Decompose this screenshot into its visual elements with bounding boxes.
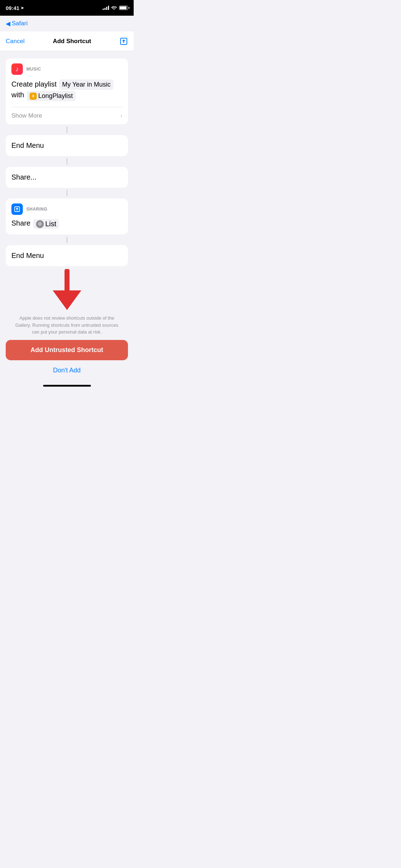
x-badge-icon: x — [30, 93, 37, 100]
end-menu-2-card[interactable]: End Menu — [6, 245, 128, 266]
gear-icon-circle: ⚙ — [36, 220, 44, 228]
with-label: with — [11, 91, 24, 99]
share-card[interactable]: Share... — [6, 167, 128, 188]
page-title: Add Shortcut — [53, 38, 91, 45]
nav-bar: Cancel Add Shortcut — [0, 31, 134, 51]
sharing-card-body: Share ⚙ List — [6, 218, 128, 234]
safari-bar: ◀ Safari — [0, 16, 134, 31]
show-more-row[interactable]: Show More › — [6, 107, 128, 124]
warning-text: Apple does not review shortcuts outside … — [6, 312, 128, 339]
chevron-right-icon: › — [120, 113, 122, 119]
end-menu-1-card[interactable]: End Menu — [6, 135, 128, 156]
long-playlist-tag[interactable]: x LongPlaylist — [27, 91, 76, 101]
cancel-button[interactable]: Cancel — [6, 38, 25, 45]
sharing-app-icon — [11, 203, 23, 215]
time-display: 09:41 — [6, 5, 19, 11]
long-playlist-label: LongPlaylist — [38, 92, 73, 100]
share-button[interactable] — [119, 37, 128, 46]
main-content: ♪ MUSIC Create playlist My Year in Music… — [0, 51, 134, 312]
music-card-body: Create playlist My Year in Music with x … — [6, 78, 128, 107]
playlist-name-tag[interactable]: My Year in Music — [59, 79, 113, 90]
sharing-category-label: SHARING — [26, 207, 47, 212]
music-note-icon: ♪ — [16, 66, 19, 73]
share-up-icon — [14, 206, 20, 212]
home-bar — [43, 385, 91, 387]
end-menu-1-label: End Menu — [11, 141, 44, 149]
add-untrusted-button[interactable]: Add Untrusted Shortcut — [6, 340, 128, 360]
red-arrow — [49, 269, 85, 312]
list-gear-tag[interactable]: ⚙ List — [33, 219, 59, 229]
wifi-icon — [111, 5, 117, 11]
battery-icon — [119, 6, 128, 10]
music-category-label: MUSIC — [26, 67, 41, 72]
list-label: List — [45, 220, 56, 228]
share-icon — [119, 37, 128, 46]
safari-back-label: Safari — [12, 20, 27, 27]
sharing-card: SHARING Share ⚙ List — [6, 198, 128, 234]
svg-marker-5 — [53, 290, 81, 310]
music-card: ♪ MUSIC Create playlist My Year in Music… — [6, 58, 128, 124]
location-icon: ➤ — [21, 6, 24, 10]
create-playlist-text: Create playlist — [11, 80, 57, 88]
home-indicator — [0, 382, 134, 388]
music-app-icon: ♪ — [11, 63, 23, 75]
share-label: Share... — [11, 173, 36, 181]
status-bar: 09:41 ➤ — [0, 0, 134, 16]
signal-icon — [103, 6, 109, 10]
end-menu-2-label: End Menu — [11, 252, 44, 259]
share-action-text: Share — [11, 219, 30, 227]
back-arrow-icon: ◀ — [6, 20, 10, 27]
dont-add-button[interactable]: Don't Add — [6, 362, 128, 379]
bottom-section: Apple does not review shortcuts outside … — [0, 312, 134, 382]
show-more-label: Show More — [11, 112, 42, 119]
safari-back-button[interactable]: ◀ Safari — [6, 20, 27, 27]
